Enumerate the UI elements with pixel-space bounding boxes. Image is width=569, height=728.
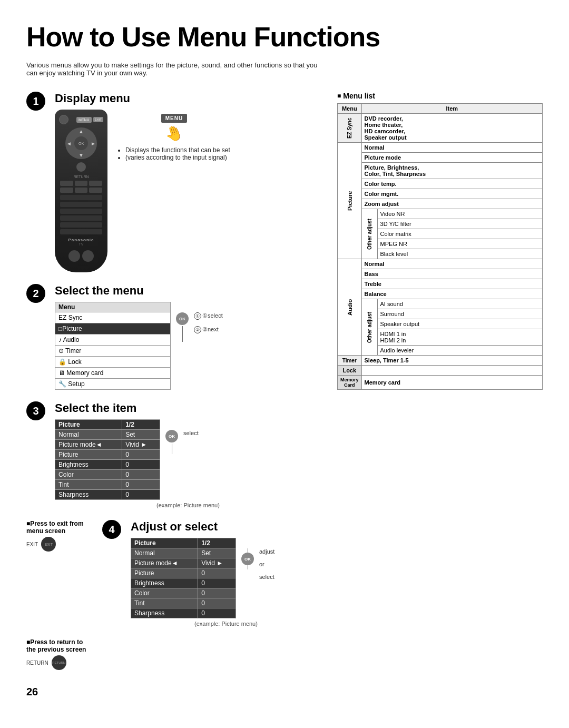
- press-section: ■Press to exit from menu screen EXIT EXI…: [26, 520, 321, 638]
- pic-picture-4: Picture: [131, 568, 198, 578]
- memory-items: Memory card: [361, 376, 542, 390]
- remote-type: TV: [59, 242, 103, 246]
- picture-zoom: Zoom adjust: [361, 199, 542, 209]
- menu-hand-display: MENU 🤚: [118, 114, 230, 142]
- remote-exit-circle: [68, 250, 80, 262]
- page-number: 26: [26, 686, 321, 698]
- menu-list-title: Menu list: [337, 92, 543, 100]
- picture-3dyc: 3D Y/C filter: [377, 219, 542, 229]
- timer-items: Sleep, Timer 1-5: [361, 356, 542, 366]
- pic-header-left-4: Picture: [131, 538, 198, 548]
- return-btn-label: RETURN: [26, 660, 48, 666]
- lock-items: [361, 366, 542, 376]
- pic-normal-3: Normal: [55, 430, 122, 440]
- step-4-title: Adjust or select: [131, 520, 321, 534]
- audio-bass: Bass: [361, 269, 542, 279]
- picture-video-nr: Video NR: [377, 209, 542, 219]
- pic-tint-val-3: 0: [122, 480, 160, 490]
- remote-nav-ring: OK ▲ ▼ ◄ ►: [65, 127, 97, 159]
- pic-set-4: Set: [198, 548, 236, 558]
- step-4-select: select: [259, 574, 274, 580]
- step-1-desc-line2: (varies according to the input signal): [125, 154, 230, 161]
- pic-picture-val-4: 0: [198, 568, 236, 578]
- step-2-arrow1: ①①select: [194, 312, 223, 320]
- step-4-badge: 4: [102, 520, 121, 539]
- picture-table-step4: Picture 1/2 Normal Set Picture mode◄ Viv…: [131, 538, 236, 618]
- press-exit-desc: ■Press to exit from menu screen: [26, 520, 90, 535]
- step-2-arrow2: ②②next: [194, 326, 223, 333]
- pic-color-3: Color: [55, 470, 122, 480]
- menu-picture-label: Picture: [338, 143, 362, 259]
- remote-menu-label: MENU: [76, 117, 92, 123]
- picture-other-adjust-label: Other adjust: [361, 209, 377, 259]
- pic-brightness-3: Brightness: [55, 460, 122, 470]
- picture-mode: Picture mode: [361, 153, 542, 163]
- pic-sharpness-3: Sharpness: [55, 490, 122, 500]
- col-header-item: Item: [361, 104, 542, 114]
- audio-balance: Balance: [361, 289, 542, 299]
- audio-normal: Normal: [361, 259, 542, 269]
- ezsync-item: DVD recorder,Home theater,HD camcorder,S…: [361, 114, 542, 143]
- pic-mode-3: Picture mode◄: [55, 440, 122, 450]
- menu-item-audio: ♪ Audio: [55, 335, 171, 346]
- remote-exit-label: EXIT: [93, 117, 103, 122]
- menu-col-header: Menu: [55, 302, 171, 312]
- pic-sharpness-4: Sharpness: [131, 608, 198, 618]
- intro-text: Various menus allow you to make settings…: [26, 61, 321, 77]
- pic-brightness-val-3: 0: [122, 460, 160, 470]
- remote-image: MENU EXIT OK ▲ ▼ ◄ ►: [55, 110, 107, 272]
- step-1-badge: 1: [26, 92, 45, 111]
- menu-btn-label: MENU: [161, 114, 187, 123]
- step-3-badge: 3: [26, 401, 45, 420]
- pic-sharpness-val-3: 0: [122, 490, 160, 500]
- audio-leveler: Audio leveler: [377, 346, 542, 356]
- menu-selection-table: Menu EZ Sync □Picture ♪ Audio ⊙ Timer: [55, 302, 171, 390]
- picture-color-matrix: Color matrix: [377, 229, 542, 239]
- pic-mode-4: Picture mode◄: [131, 558, 198, 568]
- pic-picture-val-3: 0: [122, 450, 160, 460]
- remote-return-label: RETURN: [59, 175, 103, 179]
- step-2-title: Select the menu: [55, 284, 321, 298]
- menu-item-picture-selected: □Picture: [55, 323, 171, 335]
- step-2-badge: 2: [26, 284, 45, 303]
- step-1-desc-line1: Displays the functions that can be set: [125, 146, 230, 154]
- col-header-menu: Menu: [338, 104, 362, 114]
- step-1-title: Display menu: [55, 92, 321, 105]
- step-4-or: or: [259, 561, 274, 567]
- pic-brightness-4: Brightness: [131, 578, 198, 588]
- menu-lock-label: Lock: [338, 366, 362, 376]
- ok-button-step3: OK: [165, 430, 178, 442]
- step-3-title: Select the item: [55, 401, 321, 415]
- hand-icon: 🤚: [162, 122, 185, 145]
- audio-speaker-output: Speaker output: [377, 319, 542, 329]
- menu-memory-label: MemoryCard: [338, 376, 362, 390]
- pic-brightness-val-4: 0: [198, 578, 236, 588]
- pic-sharpness-val-4: 0: [198, 608, 236, 618]
- audio-hdmi: HDMI 1 inHDMI 2 in: [377, 329, 542, 346]
- picture-table-step3: Picture 1/2 Normal Set Picture mode◄ Viv…: [55, 419, 160, 500]
- press-exit-item: ■Press to exit from menu screen EXIT EXI…: [26, 520, 90, 552]
- ok-button-step4: OK: [241, 553, 254, 565]
- pic-picture-3: Picture: [55, 450, 122, 460]
- pic-tint-val-4: 0: [198, 598, 236, 608]
- audio-treble: Treble: [361, 279, 542, 289]
- picture-mpeg-nr: MPEG NR: [377, 239, 542, 249]
- pic-set-3: Set: [122, 430, 160, 440]
- page-title: How to Use Menu Functions: [26, 21, 543, 53]
- menu-item-setup: 🔧 Setup: [55, 379, 171, 390]
- pic-vivid-4: Vivid ►: [198, 558, 236, 568]
- menu-audio-label: Audio: [338, 259, 362, 356]
- picture-black-level: Black level: [377, 249, 542, 259]
- step-4-adjust: adjust: [259, 548, 274, 555]
- remote-return-circle: [82, 250, 94, 262]
- pic-header-right-4: 1/2: [198, 538, 236, 548]
- pic-tint-3: Tint: [55, 480, 122, 490]
- menu-item-memory: 🖥 Memory card: [55, 368, 171, 379]
- pic-vivid-3: Vivid ►: [122, 440, 160, 450]
- pic-header-left-3: Picture: [55, 420, 122, 430]
- menu-ezsync-label: EZ Sync: [338, 114, 362, 143]
- step-2-arrows: ①①select ②②next: [194, 312, 223, 333]
- pic-tint-4: Tint: [131, 598, 198, 608]
- audio-ai-sound: AI sound: [377, 299, 542, 309]
- picture-normal: Normal: [361, 143, 542, 153]
